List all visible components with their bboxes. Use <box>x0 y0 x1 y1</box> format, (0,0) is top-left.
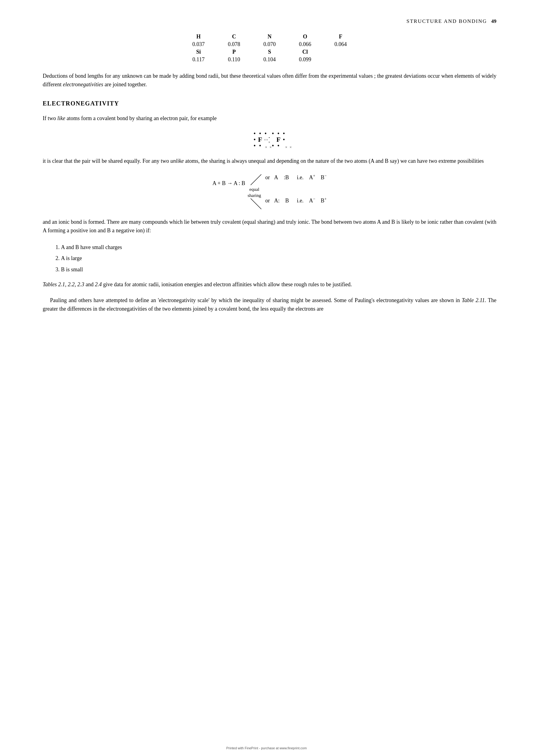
shared-dot-bot: × <box>268 140 271 144</box>
value-N: 0.070 <box>252 40 288 48</box>
bond-equation: A + B → A : B <box>212 180 245 187</box>
bond-alternatives: or A :B i.e. A+ B− or A: B i.e. A− B+ <box>265 174 326 204</box>
paragraph-unlike-atoms: it is clear that the pair will be shared… <box>43 157 496 166</box>
section-heading-electronegativity: ELECTRONEGATIVITY <box>43 100 496 107</box>
page-number: 49 <box>491 18 496 24</box>
value-O: 0.066 <box>287 40 323 48</box>
dot-r2: • <box>283 136 286 143</box>
value-F: 0.064 <box>323 40 359 48</box>
list-item-2: A is large <box>61 253 496 263</box>
element-S: S <box>252 48 288 56</box>
dot-tl2: • <box>272 130 275 137</box>
dot-bl1: • <box>253 142 256 149</box>
element-C: C <box>216 33 252 40</box>
page-header: STRUCTURE AND BONDING 49 <box>43 18 496 24</box>
value-Si: 0.117 <box>181 56 216 64</box>
shared-pair-left: × × <box>264 138 268 142</box>
upper-or-line: or A :B i.e. A+ B− <box>265 174 326 181</box>
element-Cl: Cl <box>287 48 323 56</box>
value-Cl: 0.099 <box>287 56 323 64</box>
shared-dot-top: • <box>268 136 270 139</box>
bond-radii-table: H C N O F 0.037 0.078 0.070 0.066 0.064 … <box>43 33 496 64</box>
value-S: 0.104 <box>252 56 288 64</box>
element-Si: Si <box>181 48 216 56</box>
lower-or-line: or A: B i.e. A− B+ <box>265 197 326 204</box>
paragraph-bond-lengths: Deductions of bond lengths for any unkno… <box>43 72 496 89</box>
value-C: 0.078 <box>216 40 252 48</box>
lower-branch-line <box>248 197 263 211</box>
element-P: P <box>216 48 252 56</box>
bond-possibilities-diagram: A + B → A : B equalsharing or A :B <box>43 173 496 211</box>
electron-x-markers: × × × × <box>43 145 496 150</box>
paragraph-tables: Tables 2.1, 2.2, 2.3 and 2.4 give data f… <box>43 281 496 289</box>
footer: Printed with FinePrint - purchase at www… <box>0 746 533 750</box>
fluorine-bond-diagram: • • • • F × × • • • × • • • F • • • <box>43 130 496 150</box>
element-N: N <box>252 33 288 40</box>
ionic-conditions-list: A and B have small charges A is large B … <box>61 242 496 274</box>
value-H: 0.037 <box>181 40 216 48</box>
paragraph-pauling: Pauling and others have attempted to def… <box>43 296 496 313</box>
dot-tr1: • <box>265 130 267 137</box>
dot-b1: • <box>259 142 262 149</box>
element-O: O <box>287 33 323 40</box>
list-item-3: B is small <box>61 265 496 274</box>
paragraph-like-atoms: If two like atoms form a covalent bond b… <box>43 114 496 123</box>
upper-branch-line <box>248 173 263 187</box>
element-F: F <box>323 33 359 40</box>
value-P: 0.110 <box>216 56 252 64</box>
header-title: STRUCTURE AND BONDING <box>407 18 487 24</box>
element-H: H <box>181 33 216 40</box>
list-item-1: A and B have small charges <box>61 242 496 252</box>
paragraph-ionic-bond: and an ionic bond is formed. There are m… <box>43 218 496 235</box>
